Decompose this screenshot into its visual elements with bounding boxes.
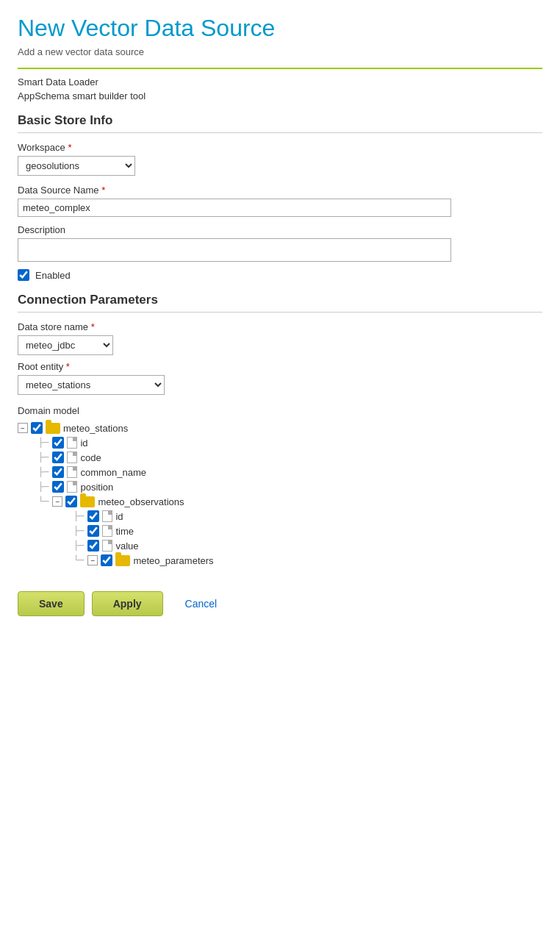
domain-model-tree: − meteo_stations ├─ id ├─ code ├─ common… [18, 422, 542, 566]
workspace-select[interactable]: geosolutions cite topp [18, 156, 135, 176]
workspace-label: Workspace * [18, 142, 542, 153]
tree-checkbox-id2[interactable] [87, 510, 99, 522]
save-button[interactable]: Save [18, 591, 85, 616]
tree-checkbox-position1[interactable] [52, 481, 64, 493]
button-row: Save Apply Cancel [18, 581, 542, 616]
tree-checkbox-meteo-stations[interactable] [31, 422, 43, 434]
enabled-checkbox[interactable] [18, 269, 29, 281]
tree-label-common-name1: common_name [80, 467, 146, 478]
datastore-name-label: Data store name * [18, 321, 542, 332]
cancel-button[interactable]: Cancel [170, 591, 232, 616]
tree-checkbox-id1[interactable] [52, 437, 64, 449]
green-divider [18, 68, 542, 69]
tree-node-common-name1: ├─ common_name [38, 466, 542, 478]
source-option-appschema[interactable]: AppSchema smart builder tool [18, 90, 542, 101]
file-icon-position1 [67, 481, 77, 493]
file-icon-code1 [67, 451, 77, 463]
tree-checkbox-time2[interactable] [87, 525, 99, 537]
tree-expand-meteo-parameters[interactable]: − [87, 555, 98, 565]
tree-node-time2: ├─ time [73, 525, 542, 537]
file-icon-common-name1 [67, 466, 77, 478]
tree-node-position1: ├─ position [38, 481, 542, 493]
tree-node-value2: ├─ value [73, 540, 542, 552]
tree-node-meteo-observations: └─ − meteo_observations [38, 496, 542, 507]
tree-checkbox-value2[interactable] [87, 540, 99, 552]
file-icon-time2 [102, 525, 112, 537]
tree-node-id1: ├─ id [38, 437, 542, 449]
file-icon-id2 [102, 510, 112, 522]
page-subtitle: Add a new vector data source [18, 46, 542, 57]
tree-label-time2: time [115, 526, 134, 537]
source-option-smart-loader[interactable]: Smart Data Loader [18, 76, 542, 88]
tree-expand-meteo-stations[interactable]: − [18, 423, 28, 433]
connection-divider [18, 312, 542, 313]
datasource-name-label: Data Source Name * [18, 185, 542, 196]
section-basic-store-info: Basic Store Info [18, 113, 542, 128]
tree-checkbox-code1[interactable] [52, 451, 64, 463]
enabled-label: Enabled [35, 270, 71, 281]
tree-label-code1: code [80, 452, 101, 463]
basic-store-divider [18, 132, 542, 133]
tree-label-meteo-stations: meteo_stations [63, 423, 128, 434]
tree-label-meteo-parameters: meteo_parameters [133, 555, 213, 566]
root-entity-select[interactable]: meteo_stations meteo_observations meteo_… [18, 375, 165, 395]
tree-node-code1: ├─ code [38, 451, 542, 463]
tree-label-meteo-observations: meteo_observations [98, 496, 184, 507]
tree-node-id2: ├─ id [73, 510, 542, 522]
tree-label-position1: position [80, 482, 113, 493]
tree-node-meteo-parameters: └─ − meteo_parameters [73, 554, 542, 566]
datasource-name-input[interactable] [18, 199, 451, 217]
page-title: New Vector Data Source [18, 15, 542, 42]
file-icon-value2 [102, 540, 112, 552]
domain-model-label: Domain model [18, 405, 542, 416]
tree-checkbox-meteo-observations[interactable] [65, 496, 77, 507]
folder-icon-meteo-stations [46, 423, 60, 434]
folder-icon-meteo-observations [80, 496, 95, 507]
description-label: Description [18, 224, 542, 235]
datastore-name-select[interactable]: meteo_jdbc postgis other [18, 335, 113, 355]
tree-checkbox-meteo-parameters[interactable] [101, 554, 112, 566]
tree-node-meteo-stations: − meteo_stations [18, 422, 542, 434]
tree-expand-meteo-observations[interactable]: − [52, 496, 62, 507]
folder-icon-meteo-parameters [115, 555, 130, 566]
tree-label-value2: value [115, 540, 138, 552]
tree-label-id2: id [115, 511, 123, 522]
section-connection-parameters: Connection Parameters [18, 293, 542, 307]
apply-button[interactable]: Apply [92, 591, 163, 616]
description-input[interactable] [18, 238, 451, 262]
file-icon-id1 [67, 437, 77, 449]
root-entity-label: Root entity * [18, 361, 542, 372]
tree-checkbox-common-name1[interactable] [52, 466, 64, 478]
tree-label-id1: id [80, 438, 87, 449]
